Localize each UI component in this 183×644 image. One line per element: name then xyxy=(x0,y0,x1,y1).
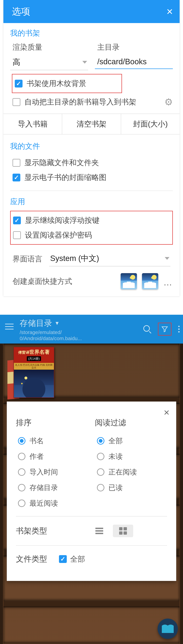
checkbox-icon: ✓ xyxy=(15,80,22,88)
render-quality-value: 高 xyxy=(12,57,20,68)
main-dir-input[interactable]: /sdcard/Books xyxy=(95,55,173,69)
checkbox-float-btn[interactable]: ✓ 显示继续阅读浮动按键 xyxy=(13,213,170,228)
options-dialog: 选项 × 我的书架 渲染质量 高 主目录 /sdcard/Books xyxy=(3,0,180,296)
file-type-all-checkbox[interactable]: ✓ 全部 xyxy=(59,554,85,564)
highlight-filter-icon xyxy=(158,323,172,336)
checkbox-auto-import[interactable]: 自动把主目录的新书籍导入到书架 ⚙ xyxy=(10,94,173,110)
checkbox-icon xyxy=(12,98,20,106)
checkbox-label: 显示继续阅读浮动按键 xyxy=(25,215,99,225)
checkbox-label: 书架使用木纹背景 xyxy=(27,78,86,88)
highlight-wood-checkbox: ✓ 书架使用木纹背景 xyxy=(12,74,122,93)
shortcut-label: 创建桌面快捷方式 xyxy=(12,276,116,286)
shelf-buttons: 导入书籍 清空书架 封面(大小) xyxy=(3,114,180,134)
search-icon[interactable] xyxy=(143,325,151,333)
radio-icon xyxy=(97,437,104,444)
radio-label: 全部 xyxy=(108,436,123,446)
checkbox-password[interactable]: 设置阅读器保护密码 xyxy=(13,228,170,242)
toolbar-path-1: /storage/emulated/ xyxy=(20,330,62,335)
radio-label: 存储目录 xyxy=(29,483,58,492)
toolbar-title-area[interactable]: 存储目录 ▼ /storage/emulated/ 0/Android/data… xyxy=(20,317,143,342)
app-toolbar: 存储目录 ▼ /storage/emulated/ 0/Android/data… xyxy=(0,315,183,344)
checkbox-icon: ✓ xyxy=(12,174,20,182)
dropdown-icon xyxy=(82,61,87,64)
main-dir-label: 主目录 xyxy=(95,42,173,52)
file-type-row: 文件类型 ✓ 全部 xyxy=(16,551,167,567)
section-heading-files: 我的文件 xyxy=(10,141,173,151)
read-option-finished[interactable]: 已读 xyxy=(97,480,167,496)
close-icon[interactable]: × xyxy=(164,406,170,418)
clear-shelf-button[interactable]: 清空书架 xyxy=(62,114,121,134)
sort-option-name[interactable]: 书名 xyxy=(18,433,88,449)
shortcut-row: 创建桌面快捷方式 … xyxy=(3,266,180,290)
sort-option-import-time[interactable]: 导入时间 xyxy=(18,464,88,480)
checkbox-label: 全部 xyxy=(70,554,85,564)
sort-heading: 排序 xyxy=(16,418,88,428)
filter-dialog: × 排序 书名 作者 导入时间 存储目录 最近阅读 xyxy=(7,402,176,581)
more-icon[interactable]: … xyxy=(163,277,173,290)
radio-label: 已读 xyxy=(108,483,123,492)
sort-option-storage[interactable]: 存储目录 xyxy=(18,480,88,496)
checkbox-wood-bg[interactable]: ✓ 书架使用木纹背景 xyxy=(15,76,119,91)
checkbox-icon: ✓ xyxy=(59,555,67,563)
language-value: System (中文) xyxy=(50,253,99,264)
radio-icon xyxy=(18,437,25,444)
radio-icon xyxy=(18,500,25,507)
dialog-header: 选项 × xyxy=(3,0,180,23)
radio-icon xyxy=(18,453,25,460)
menu-icon[interactable] xyxy=(5,324,13,330)
checkbox-icon xyxy=(12,159,20,167)
close-icon[interactable]: × xyxy=(167,6,173,17)
render-quality-select[interactable]: 高 xyxy=(10,55,88,70)
read-filter-heading: 阅读过滤 xyxy=(95,418,167,428)
read-option-reading[interactable]: 正在阅读 xyxy=(97,464,167,480)
book-title-main: 世界名著 xyxy=(29,349,50,355)
read-option-all[interactable]: 全部 xyxy=(97,433,167,449)
book-item[interactable]: 傅雷译世界名著 (共14册) 名人传·巴尔扎克作品集·约翰·克利斯朵夫 xyxy=(7,347,55,400)
book-artwork xyxy=(14,370,54,398)
checkbox-label: 设置阅读器保护密码 xyxy=(25,230,92,240)
radio-label: 最近阅读 xyxy=(29,498,58,508)
view-grid-button[interactable] xyxy=(113,525,133,537)
import-books-button[interactable]: 导入书籍 xyxy=(3,114,62,134)
dialog-title: 选项 xyxy=(12,6,30,18)
gear-icon[interactable]: ⚙ xyxy=(164,96,173,108)
book-cover: 傅雷译世界名著 (共14册) 名人传·巴尔扎克作品集·约翰·克利斯朵夫 xyxy=(13,347,54,398)
section-files: 我的文件 显示隐藏文件和文件夹 ✓ 显示电子书的封面缩略图 xyxy=(3,134,180,185)
language-select[interactable]: System (中文) xyxy=(49,252,171,266)
main-dir-value: /sdcard/Books xyxy=(97,57,147,66)
app-shortcut-icon-2[interactable] xyxy=(142,273,158,290)
grid-icon xyxy=(119,527,127,535)
sort-option-author[interactable]: 作者 xyxy=(18,449,88,464)
book-subtitle: (共14册) xyxy=(27,356,41,361)
radio-icon xyxy=(97,468,104,476)
checkbox-show-thumb[interactable]: ✓ 显示电子书的封面缩略图 xyxy=(10,170,173,185)
overflow-icon[interactable] xyxy=(178,326,180,332)
radio-label: 导入时间 xyxy=(29,467,58,477)
shelf-type-label: 书架类型 xyxy=(16,526,47,536)
section-app: 应用 ✓ 显示继续阅读浮动按键 设置阅读器保护密码 界面语言 System (中… xyxy=(3,191,180,266)
filter-icon[interactable] xyxy=(161,326,168,333)
read-option-unread[interactable]: 未读 xyxy=(97,449,167,464)
checkbox-show-hidden[interactable]: 显示隐藏文件和文件夹 xyxy=(10,155,173,170)
radio-icon xyxy=(97,453,104,460)
continue-reading-fab[interactable] xyxy=(158,618,178,639)
radio-label: 正在阅读 xyxy=(108,467,137,477)
section-bookshelf: 我的书架 渲染质量 高 主目录 /sdcard/Books xyxy=(3,23,180,110)
radio-icon xyxy=(18,484,25,492)
dropdown-icon: ▼ xyxy=(55,320,60,326)
cover-size-button[interactable]: 封面(大小) xyxy=(121,114,180,134)
radio-icon xyxy=(97,484,104,492)
sort-option-recent[interactable]: 最近阅读 xyxy=(18,496,88,511)
shelf-type-row: 书架类型 xyxy=(16,522,167,540)
checkbox-icon xyxy=(13,231,21,239)
divider xyxy=(16,545,167,546)
checkbox-label: 显示电子书的封面缩略图 xyxy=(24,172,106,182)
divider xyxy=(16,516,167,516)
book-caption: 名人传·巴尔扎克作品集·约翰·克利斯朵夫 xyxy=(14,363,54,370)
view-list-button[interactable] xyxy=(89,525,109,537)
checkbox-icon: ✓ xyxy=(13,216,21,224)
app-shortcut-icon-1[interactable] xyxy=(121,273,137,290)
dropdown-icon xyxy=(165,257,170,260)
radio-icon xyxy=(18,468,25,476)
language-label: 界面语言 xyxy=(12,254,42,264)
